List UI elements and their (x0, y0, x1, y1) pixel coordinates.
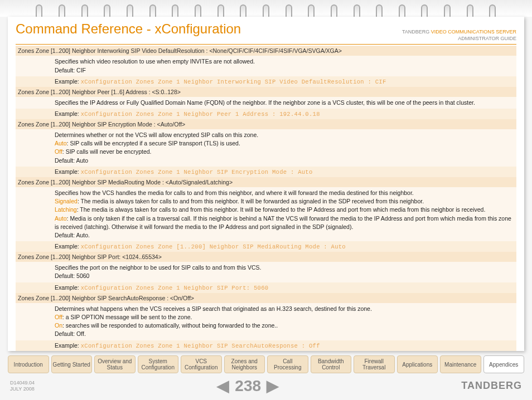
tab-maintenance[interactable]: Maintenance (440, 355, 481, 373)
config-heading: Zones Zone [1..200] Neighbor SIP Encrypt… (16, 119, 516, 129)
config-description: Specifies which video resolution to use … (16, 56, 516, 76)
next-page-icon[interactable]: ▶ (267, 377, 279, 395)
tab-zones-and-neighbors[interactable]: Zones and Neighbors (224, 355, 265, 373)
page-title: Command Reference - xConfiguration (16, 21, 241, 37)
tab-overview-and-status[interactable]: Overview and Status (94, 355, 136, 373)
tab-introduction[interactable]: Introduction (8, 355, 49, 373)
spiral-binding (0, 0, 532, 17)
config-description: Specifies how the VCS handles the media … (16, 187, 516, 241)
config-description: Specifies the IP Address or Fully Qualif… (16, 97, 516, 109)
tab-vcs-configuration[interactable]: VCS Configuration (181, 355, 222, 373)
tandberg-logo: TANDBERG (461, 380, 522, 392)
config-example: Example: xConfiguration Zones Zone 1 Nei… (16, 340, 516, 351)
tab-firewall-traversal[interactable]: Firewall Traversal (354, 355, 395, 373)
config-description: Determines what happens when the VCS rec… (16, 303, 516, 340)
document-page: Command Reference - xConfiguration TANDB… (8, 17, 524, 351)
config-example: Example: xConfiguration Zones Zone 1 Nei… (16, 76, 516, 87)
config-heading: Zones Zone [1..200] Neighbor SIP SearchA… (16, 293, 516, 303)
config-heading: Zones Zone [1..200] Neighbor SIP MediaRo… (16, 177, 516, 187)
tab-system-configuration[interactable]: System Configuration (138, 355, 179, 373)
config-example: Example: xConfiguration Zones Zone [1..2… (16, 241, 516, 252)
config-description: Determines whether or not the VCS will a… (16, 129, 516, 167)
config-example: Example: xConfiguration Zones Zone 1 Nei… (16, 109, 516, 119)
header-right: TANDBERG VIDEO COMMUNICATIONS SERVER ADM… (402, 29, 516, 42)
tab-call-processing[interactable]: Call Processing (267, 355, 308, 373)
prev-page-icon[interactable]: ◀ (217, 377, 229, 395)
doc-id: D14049.04 JULY 2008 (10, 380, 35, 392)
tab-applications[interactable]: Applications (397, 355, 438, 373)
pager: ◀ 238 ▶ (217, 377, 279, 395)
page-number: 238 (235, 377, 261, 395)
config-heading: Zones Zone [1..200] Neighbor SIP Port: <… (16, 252, 516, 262)
tab-getting-started[interactable]: Getting Started (51, 355, 93, 373)
config-heading: Zones Zone [1..200] Neighbor Peer [1..6]… (16, 87, 516, 97)
config-description: Specifies the port on the neighbor to be… (16, 262, 516, 282)
tab-bandwidth-control[interactable]: Bandwidth Control (311, 355, 352, 373)
config-example: Example: xConfiguration Zones Zone 1 Nei… (16, 282, 516, 293)
nav-tabs: IntroductionGetting StartedOverview and … (8, 355, 524, 373)
tab-appendices[interactable]: Appendices (483, 355, 525, 373)
config-heading: Zones Zone [1..200] Neighbor Interworkin… (16, 46, 516, 56)
config-example: Example: xConfiguration Zones Zone 1 Nei… (16, 167, 516, 177)
